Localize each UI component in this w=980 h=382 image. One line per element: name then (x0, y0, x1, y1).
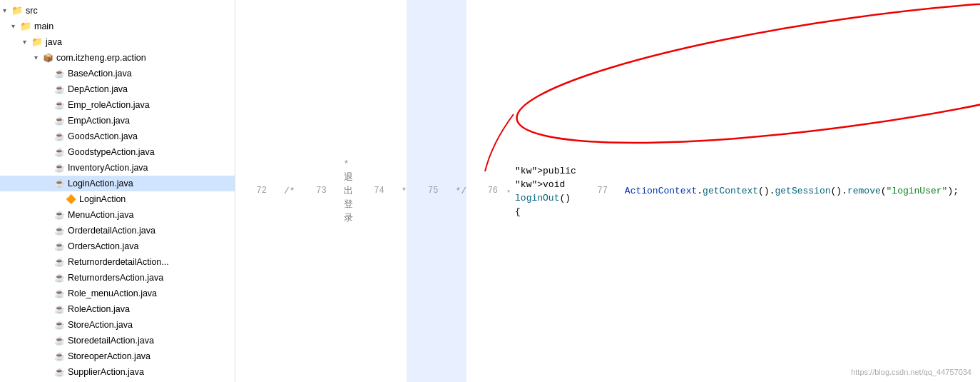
java-file-icon: ☕ (54, 302, 65, 316)
line-number: 76 (475, 184, 505, 198)
expand-arrow: ▾ (23, 35, 31, 49)
watermark: https://blog.csdn.net/qq_44757034 (851, 368, 971, 376)
code-area: 72/*73 * 退出登录74 *75 */76▾"kw">public "kw… (235, 0, 980, 382)
sidebar-item-label: StoredetailAction.java (68, 333, 154, 348)
sidebar-item-ReturnorderdetailAction[interactable]: ☕ReturnorderdetailAction... (0, 254, 235, 270)
sidebar-item-label: InventoryAction.java (68, 161, 148, 175)
java-file-icon: ☕ (54, 145, 65, 159)
sidebar-item-src[interactable]: ▾📁src (0, 3, 235, 19)
sidebar-item-OrdersAction[interactable]: ☕OrdersAction.java (0, 238, 235, 254)
sidebar-item-OrderdetailAction[interactable]: ☕OrderdetailAction.java (0, 223, 235, 238)
java-file-icon: ☕ (54, 318, 65, 332)
folder-icon: 📁 (31, 35, 43, 49)
java-file-icon: ☕ (54, 333, 65, 348)
java-file-icon: ☕ (54, 239, 65, 253)
java-file-icon: ☕ (54, 365, 65, 379)
sidebar-item-GoodstypeAction[interactable]: ☕GoodstypeAction.java (0, 144, 235, 160)
code-line-77: 77 ActionContext.getContext().getSession… (576, 0, 959, 382)
sidebar-item-label: BaseAction.java (68, 66, 132, 81)
sidebar-item-label: LoginAction (79, 192, 126, 206)
java-file-icon: ☕ (54, 223, 65, 238)
line-number: 72 (244, 184, 274, 198)
sidebar-item-label: Emp_roleAction.java (68, 98, 150, 112)
sidebar-item-DepAction[interactable]: ☕DepAction.java (0, 81, 235, 97)
sidebar-item-label: SupplierAction.java (68, 365, 144, 379)
line-number: 77 (585, 184, 615, 198)
code-line-74: 74 * (353, 0, 407, 382)
sidebar-item-label: GoodstypeAction.java (68, 145, 155, 159)
sidebar-item-label: com.itzheng.erp.action (56, 51, 146, 65)
line-code: * (402, 184, 407, 198)
sidebar-item-StoredetailAction[interactable]: ☕StoredetailAction.java (0, 333, 235, 348)
sidebar-item-LoginActionClass[interactable]: 🔶LoginAction (0, 191, 235, 207)
java-file-icon: ☕ (54, 255, 65, 269)
sidebar-item-Emp_roleAction[interactable]: ☕Emp_roleAction.java (0, 97, 235, 113)
line-code: */ (455, 184, 466, 198)
sidebar-item-RoleAction[interactable]: ☕RoleAction.java (0, 301, 235, 317)
expand-arrow: ▾ (11, 19, 20, 34)
sidebar-item-label: MenuAction.java (68, 208, 133, 222)
sidebar-item-label: OrderdetailAction.java (68, 223, 155, 238)
sidebar-item-InventoryAction[interactable]: ☕InventoryAction.java (0, 160, 235, 176)
sidebar-item-label: RoleAction.java (68, 302, 130, 316)
package-icon: 📦 (43, 51, 53, 65)
sidebar-item-Role_menuAction[interactable]: ☕Role_menuAction.java (0, 286, 235, 301)
java-file-icon: ☕ (54, 208, 65, 222)
sidebar-item-StoreAction[interactable]: ☕StoreAction.java (0, 317, 235, 333)
java-file-icon: ☕ (54, 129, 65, 144)
expand-arrow: ▾ (3, 4, 11, 18)
expand-arrow: ▾ (34, 51, 43, 65)
sidebar-item-StoreoperAction[interactable]: ☕StoreoperAction.java (0, 348, 235, 364)
code-line-75: 75 */ (407, 0, 466, 382)
line-number: 75 (415, 184, 445, 198)
line-code: * 退出登录 (344, 157, 353, 225)
sidebar-item-label: StoreoperAction.java (68, 349, 150, 363)
sidebar-item-LoginAction[interactable]: ☕LoginAction.java (0, 176, 235, 191)
folder-icon: 📁 (11, 4, 23, 18)
java-file-icon: ☕ (54, 176, 65, 191)
class-icon: 🔶 (66, 192, 76, 206)
sidebar-item-SupplierAction[interactable]: ☕SupplierAction.java (0, 364, 235, 380)
sidebar-item-label: LoginAction.java (68, 176, 133, 191)
file-tree[interactable]: ▾📁src▾📁main▾📁java▾📦com.itzheng.erp.actio… (0, 0, 235, 382)
sidebar-item-label: java (46, 35, 62, 49)
sidebar-item-EmpAction[interactable]: ☕EmpAction.java (0, 113, 235, 129)
code-line-78: 78 (959, 0, 980, 382)
sidebar-item-MenuAction[interactable]: ☕MenuAction.java (0, 207, 235, 223)
sidebar-item-label: StoreAction.java (68, 318, 133, 332)
java-file-icon: ☕ (54, 349, 65, 363)
fold-icon[interactable]: ▾ (506, 188, 511, 196)
java-file-icon: ☕ (54, 161, 65, 175)
folder-icon: 📁 (20, 19, 31, 34)
sidebar-item-label: main (34, 19, 53, 34)
sidebar-item-BaseAction[interactable]: ☕BaseAction.java (0, 66, 235, 81)
sidebar-item-label: src (26, 4, 38, 18)
java-file-icon: ☕ (54, 114, 65, 128)
java-file-icon: ☕ (54, 66, 65, 81)
line-code: /* (284, 184, 295, 198)
code-editor: 72/*73 * 退出登录74 *75 */76▾"kw">public "kw… (235, 0, 980, 382)
sidebar-item-ReturnordersAction[interactable]: ☕ReturnordersAction.java (0, 270, 235, 286)
java-file-icon: ☕ (54, 98, 65, 112)
sidebar-item-label: GoodsAction.java (68, 129, 138, 144)
sidebar-item-label: ReturnordersAction.java (68, 271, 163, 285)
java-file-icon: ☕ (54, 271, 65, 285)
sidebar-item-com.itzheng.erp.action[interactable]: ▾📦com.itzheng.erp.action (0, 50, 235, 66)
code-line-72: 72/* (235, 0, 295, 382)
line-code: ActionContext.getContext().getSession().… (625, 184, 959, 198)
java-file-icon: ☕ (54, 286, 65, 301)
line-code: "kw">public "kw">void loginOut() { (515, 164, 576, 218)
line-number: 73 (304, 184, 334, 198)
sidebar-item-label: EmpAction.java (68, 114, 130, 128)
sidebar-item-label: ReturnorderdetailAction... (68, 255, 169, 269)
fold-gutter: ▾ (505, 186, 515, 196)
sidebar-item-java[interactable]: ▾📁java (0, 34, 235, 50)
sidebar-item-label: OrdersAction.java (68, 239, 138, 253)
line-number: 78 (967, 184, 980, 198)
sidebar-item-label: DepAction.java (68, 82, 128, 96)
java-file-icon: ☕ (54, 82, 65, 96)
line-number: 74 (362, 184, 392, 198)
sidebar-item-GoodsAction[interactable]: ☕GoodsAction.java (0, 129, 235, 144)
code-line-76: 76▾"kw">public "kw">void loginOut() { (466, 0, 576, 382)
sidebar-item-main[interactable]: ▾📁main (0, 19, 235, 34)
